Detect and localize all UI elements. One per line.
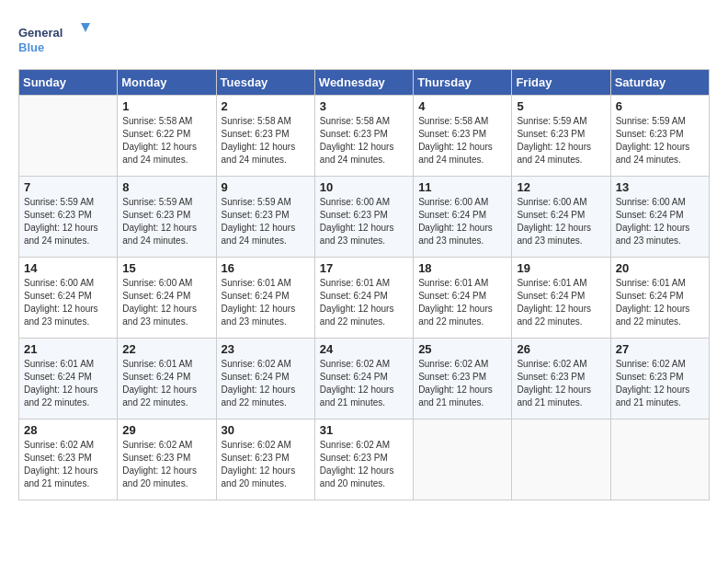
day-number: 8 <box>122 180 210 194</box>
day-info: Sunrise: 5:58 AM Sunset: 6:23 PM Dayligh… <box>418 115 506 167</box>
calendar-cell: 17Sunrise: 6:01 AM Sunset: 6:24 PM Dayli… <box>314 258 413 339</box>
day-info: Sunrise: 6:01 AM Sunset: 6:24 PM Dayligh… <box>320 277 408 328</box>
day-number: 3 <box>320 99 408 113</box>
day-info: Sunrise: 6:00 AM Sunset: 6:24 PM Dayligh… <box>517 196 605 247</box>
day-info: Sunrise: 5:58 AM Sunset: 6:23 PM Dayligh… <box>320 115 408 167</box>
calendar-week-row: 1Sunrise: 5:58 AM Sunset: 6:22 PM Daylig… <box>19 96 710 177</box>
logo: General Blue <box>18 18 92 60</box>
weekday-header: Sunday <box>19 70 118 96</box>
day-number: 27 <box>616 342 704 356</box>
day-info: Sunrise: 6:00 AM Sunset: 6:24 PM Dayligh… <box>24 277 112 328</box>
weekday-header: Wednesday <box>314 70 413 96</box>
day-number: 21 <box>24 342 112 356</box>
day-number: 28 <box>24 423 112 437</box>
day-number: 17 <box>320 261 408 275</box>
calendar-cell: 26Sunrise: 6:02 AM Sunset: 6:23 PM Dayli… <box>512 339 610 419</box>
calendar-cell: 2Sunrise: 5:58 AM Sunset: 6:23 PM Daylig… <box>216 96 314 177</box>
weekday-header-row: SundayMondayTuesdayWednesdayThursdayFrid… <box>19 70 710 96</box>
day-info: Sunrise: 6:00 AM Sunset: 6:24 PM Dayligh… <box>122 277 210 328</box>
day-info: Sunrise: 6:02 AM Sunset: 6:23 PM Dayligh… <box>320 439 408 490</box>
day-info: Sunrise: 6:00 AM Sunset: 6:24 PM Dayligh… <box>616 196 704 247</box>
calendar-cell: 27Sunrise: 6:02 AM Sunset: 6:23 PM Dayli… <box>610 339 709 419</box>
calendar-cell: 13Sunrise: 6:00 AM Sunset: 6:24 PM Dayli… <box>610 177 709 258</box>
day-number: 7 <box>24 180 112 194</box>
day-info: Sunrise: 6:00 AM Sunset: 6:24 PM Dayligh… <box>418 196 506 247</box>
day-info: Sunrise: 6:01 AM Sunset: 6:24 PM Dayligh… <box>616 277 704 328</box>
calendar-week-row: 21Sunrise: 6:01 AM Sunset: 6:24 PM Dayli… <box>19 339 710 419</box>
day-number: 6 <box>616 99 704 113</box>
page-header: General Blue <box>18 18 710 60</box>
calendar-cell: 24Sunrise: 6:02 AM Sunset: 6:24 PM Dayli… <box>314 339 413 419</box>
day-number: 19 <box>517 261 605 275</box>
calendar-cell: 23Sunrise: 6:02 AM Sunset: 6:24 PM Dayli… <box>216 339 314 419</box>
day-info: Sunrise: 6:02 AM Sunset: 6:23 PM Dayligh… <box>418 358 506 409</box>
day-number: 10 <box>320 180 408 194</box>
weekday-header: Thursday <box>414 70 512 96</box>
day-number: 9 <box>222 180 310 194</box>
day-number: 4 <box>418 99 506 113</box>
day-number: 22 <box>122 342 210 356</box>
calendar-cell: 25Sunrise: 6:02 AM Sunset: 6:23 PM Dayli… <box>414 339 512 419</box>
day-number: 14 <box>24 261 112 275</box>
calendar-cell: 30Sunrise: 6:02 AM Sunset: 6:23 PM Dayli… <box>216 419 314 500</box>
day-info: Sunrise: 5:59 AM Sunset: 6:23 PM Dayligh… <box>616 115 704 167</box>
day-number: 31 <box>320 423 408 437</box>
day-number: 20 <box>616 261 704 275</box>
calendar-cell: 18Sunrise: 6:01 AM Sunset: 6:24 PM Dayli… <box>414 258 512 339</box>
day-info: Sunrise: 6:02 AM Sunset: 6:24 PM Dayligh… <box>320 358 408 409</box>
calendar-cell: 19Sunrise: 6:01 AM Sunset: 6:24 PM Dayli… <box>512 258 610 339</box>
calendar-cell <box>610 419 709 500</box>
calendar-cell: 10Sunrise: 6:00 AM Sunset: 6:23 PM Dayli… <box>314 177 413 258</box>
day-number: 24 <box>320 342 408 356</box>
svg-marker-2 <box>81 23 90 32</box>
day-info: Sunrise: 6:02 AM Sunset: 6:23 PM Dayligh… <box>616 358 704 409</box>
day-number: 12 <box>517 180 605 194</box>
day-number: 1 <box>122 99 210 113</box>
calendar-cell: 31Sunrise: 6:02 AM Sunset: 6:23 PM Dayli… <box>314 419 413 500</box>
svg-text:Blue: Blue <box>18 40 44 54</box>
day-number: 5 <box>517 99 605 113</box>
calendar-cell: 28Sunrise: 6:02 AM Sunset: 6:23 PM Dayli… <box>19 419 118 500</box>
logo-svg: General Blue <box>18 18 92 60</box>
weekday-header: Monday <box>118 70 216 96</box>
day-info: Sunrise: 6:02 AM Sunset: 6:23 PM Dayligh… <box>222 439 310 490</box>
calendar-cell: 5Sunrise: 5:59 AM Sunset: 6:23 PM Daylig… <box>512 96 610 177</box>
calendar-cell: 15Sunrise: 6:00 AM Sunset: 6:24 PM Dayli… <box>118 258 216 339</box>
calendar-cell: 3Sunrise: 5:58 AM Sunset: 6:23 PM Daylig… <box>314 96 413 177</box>
day-info: Sunrise: 6:01 AM Sunset: 6:24 PM Dayligh… <box>122 358 210 409</box>
day-info: Sunrise: 5:59 AM Sunset: 6:23 PM Dayligh… <box>222 196 310 247</box>
calendar-cell <box>414 419 512 500</box>
day-number: 15 <box>122 261 210 275</box>
day-number: 25 <box>418 342 506 356</box>
day-info: Sunrise: 5:59 AM Sunset: 6:23 PM Dayligh… <box>517 115 605 167</box>
day-info: Sunrise: 5:58 AM Sunset: 6:23 PM Dayligh… <box>222 115 310 167</box>
day-number: 18 <box>418 261 506 275</box>
calendar-cell: 21Sunrise: 6:01 AM Sunset: 6:24 PM Dayli… <box>19 339 118 419</box>
day-number: 2 <box>222 99 310 113</box>
weekday-header: Tuesday <box>216 70 314 96</box>
calendar-cell: 1Sunrise: 5:58 AM Sunset: 6:22 PM Daylig… <box>118 96 216 177</box>
day-number: 26 <box>517 342 605 356</box>
day-info: Sunrise: 6:01 AM Sunset: 6:24 PM Dayligh… <box>418 277 506 328</box>
calendar-cell <box>512 419 610 500</box>
day-number: 11 <box>418 180 506 194</box>
day-info: Sunrise: 6:00 AM Sunset: 6:23 PM Dayligh… <box>320 196 408 247</box>
calendar-cell: 8Sunrise: 5:59 AM Sunset: 6:23 PM Daylig… <box>118 177 216 258</box>
calendar-cell: 11Sunrise: 6:00 AM Sunset: 6:24 PM Dayli… <box>414 177 512 258</box>
day-info: Sunrise: 6:01 AM Sunset: 6:24 PM Dayligh… <box>517 277 605 328</box>
calendar-cell: 16Sunrise: 6:01 AM Sunset: 6:24 PM Dayli… <box>216 258 314 339</box>
day-info: Sunrise: 6:02 AM Sunset: 6:23 PM Dayligh… <box>24 439 112 490</box>
calendar-week-row: 7Sunrise: 5:59 AM Sunset: 6:23 PM Daylig… <box>19 177 710 258</box>
day-info: Sunrise: 6:02 AM Sunset: 6:23 PM Dayligh… <box>517 358 605 409</box>
calendar-cell: 12Sunrise: 6:00 AM Sunset: 6:24 PM Dayli… <box>512 177 610 258</box>
weekday-header: Friday <box>512 70 610 96</box>
day-info: Sunrise: 6:01 AM Sunset: 6:24 PM Dayligh… <box>24 358 112 409</box>
svg-text:General: General <box>18 26 63 40</box>
calendar-cell: 6Sunrise: 5:59 AM Sunset: 6:23 PM Daylig… <box>610 96 709 177</box>
calendar-cell: 22Sunrise: 6:01 AM Sunset: 6:24 PM Dayli… <box>118 339 216 419</box>
day-info: Sunrise: 5:59 AM Sunset: 6:23 PM Dayligh… <box>24 196 112 247</box>
calendar-cell: 14Sunrise: 6:00 AM Sunset: 6:24 PM Dayli… <box>19 258 118 339</box>
day-info: Sunrise: 6:01 AM Sunset: 6:24 PM Dayligh… <box>222 277 310 328</box>
day-info: Sunrise: 6:02 AM Sunset: 6:24 PM Dayligh… <box>222 358 310 409</box>
day-number: 23 <box>222 342 310 356</box>
